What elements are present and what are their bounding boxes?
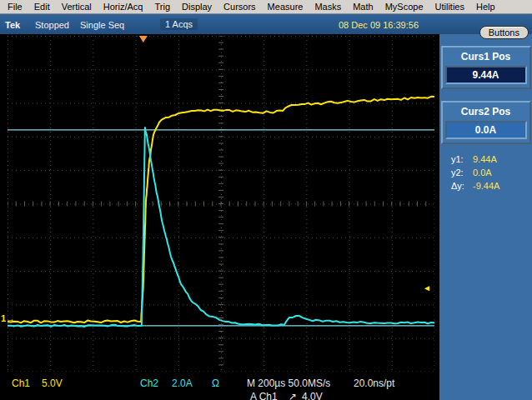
buttons-button[interactable]: Buttons <box>479 26 529 39</box>
trigger-source: A Ch1 <box>250 391 278 400</box>
cursor1-label: Curs1 Pos <box>445 51 527 62</box>
ch1-ground-marker[interactable]: 1→ <box>1 314 15 323</box>
readout-delta-y-value: -9.44A <box>473 181 499 191</box>
resolution-readout: 20.0ns/pt <box>354 378 394 389</box>
readout-y1: y1: 9.44A <box>439 152 532 166</box>
menu-display[interactable]: Display <box>176 1 218 12</box>
trigger-slope-icon: ↗ <box>289 391 297 400</box>
tek-logo: Tek <box>5 20 20 30</box>
menu-math[interactable]: Math <box>347 1 379 12</box>
run-state: Stopped <box>35 20 69 30</box>
timebase-readout: M 200µs 50.0MS/s <box>247 378 330 389</box>
cursor1-position-control[interactable]: Curs1 Pos 9.44A <box>441 46 531 89</box>
readout-y1-name: y1: <box>451 154 473 164</box>
trigger-position-marker-icon[interactable] <box>139 36 148 42</box>
acquisition-count: 1 Acqs <box>160 18 198 30</box>
oscilloscope-app: File Edit Vertical Horiz/Acq Trig Displa… <box>0 0 532 400</box>
trigger-level-arrow-icon[interactable]: ◄ <box>423 284 431 292</box>
menu-file[interactable]: File <box>2 1 28 12</box>
menu-utilities[interactable]: Utilities <box>429 1 470 12</box>
graticule-svg <box>8 36 434 372</box>
cursor1-value: 9.44A <box>445 66 527 84</box>
acquisition-mode: Single Seq <box>80 20 124 30</box>
ch2-coupling-ohm-icon: Ω <box>212 378 219 389</box>
readout-delta-y: Δy: -9.44A <box>439 179 532 192</box>
menu-cursors[interactable]: Cursors <box>218 1 262 12</box>
ch1-scale: 5.0V <box>42 378 63 389</box>
menu-help[interactable]: Help <box>470 1 501 12</box>
cursor2-value: 0.0A <box>445 121 527 139</box>
cursor-readout-list: y1: 9.44A y2: 0.0A Δy: -9.44A <box>439 152 532 192</box>
ch2-label: Ch2 <box>140 378 158 389</box>
ch2-scale: 2.0A <box>172 378 193 389</box>
waveform-display: 1→ ◄ Ch1 5.0V Ch2 2.0A Ω M 200µs 50.0MS/… <box>0 34 439 400</box>
readout-delta-y-name: Δy: <box>451 181 473 191</box>
side-panel: Curs1 Pos 9.44A Curs2 Pos 0.0A y1: 9.44A… <box>439 34 532 400</box>
ch1-trace <box>8 97 434 323</box>
menu-edit[interactable]: Edit <box>28 1 56 12</box>
ch1-label: Ch1 <box>12 378 30 389</box>
status-bar: Tek Stopped Single Seq 1 Acqs 08 Dec 09 … <box>0 14 532 34</box>
cursor2-label: Curs2 Pos <box>445 106 527 118</box>
menu-horiz-acq[interactable]: Horiz/Acq <box>98 1 149 12</box>
menu-measure[interactable]: Measure <box>262 1 309 12</box>
menu-vertical[interactable]: Vertical <box>56 1 98 12</box>
readout-y1-value: 9.44A <box>473 154 497 164</box>
trigger-level: 4.0V <box>302 391 323 400</box>
menu-masks[interactable]: Masks <box>309 1 347 12</box>
readout-y2-value: 0.0A <box>473 168 492 178</box>
readout-y2-name: y2: <box>451 168 473 178</box>
menu-myscope[interactable]: MyScope <box>379 1 429 12</box>
menu-bar: File Edit Vertical Horiz/Acq Trig Displa… <box>0 0 532 14</box>
cursor2-position-control[interactable]: Curs2 Pos 0.0A <box>441 101 531 144</box>
menu-trig[interactable]: Trig <box>148 1 176 12</box>
center-axis-ticks <box>8 36 426 365</box>
datetime: 08 Dec 09 16:39:56 <box>339 20 419 30</box>
readout-y2: y2: 0.0A <box>439 166 532 179</box>
